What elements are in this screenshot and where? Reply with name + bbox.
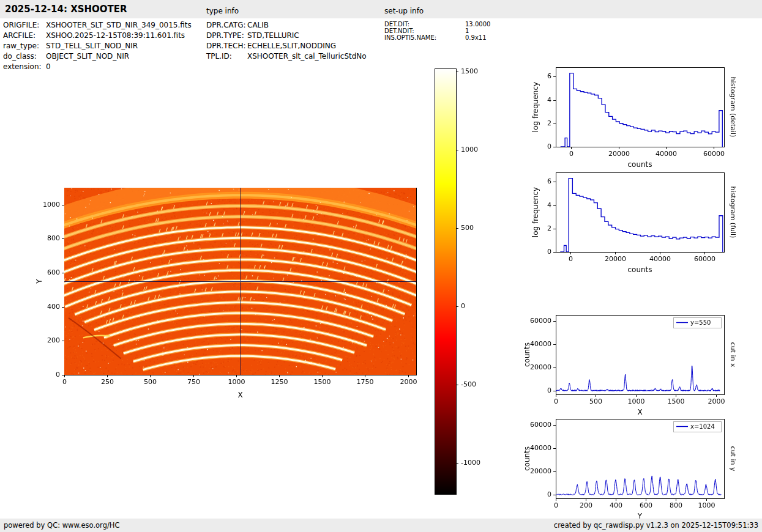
histogram-full-plot	[519, 165, 762, 276]
meta-label: do_class:	[3, 51, 46, 62]
meta-value: XSHOOTER_slt_cal_TelluricStdNo	[247, 51, 367, 62]
meta-label: DPR.TYPE:	[206, 31, 247, 41]
meta-value: STD_TELL_SLIT_NOD_NIR	[46, 41, 138, 51]
meta-row: ORIGFILE:XSHOOTER_SLT_STD_NIR_349_0015.f…	[3, 20, 192, 31]
meta-label: DPR.CATG:	[206, 20, 247, 31]
meta-row: raw_type:STD_TELL_SLIT_NOD_NIR	[3, 41, 192, 51]
meta-label: DET.DIT:	[384, 21, 465, 28]
meta-row: DPR.TECH:ECHELLE,SLIT,NODDING	[206, 41, 367, 51]
meta-value: CALIB	[247, 20, 269, 31]
type-info-title: type info	[206, 7, 239, 15]
cut-in-y-plot	[519, 412, 762, 522]
meta-row: DPR.TYPE:STD,TELLURIC	[206, 31, 367, 41]
page-title: 2025-12-14: XSHOOTER	[5, 4, 127, 15]
footer-right-text: created by qc_rawdisp.py v1.2.3 on 2025-…	[554, 521, 758, 530]
footer-left-text: powered by QC: www.eso.org/HC	[4, 521, 119, 530]
meta-label: TPL.ID:	[206, 51, 247, 62]
histogram-detail-plot	[519, 60, 762, 171]
meta-value: ECHELLE,SLIT,NODDING	[247, 41, 336, 51]
meta-row: extension:0	[3, 62, 192, 72]
cut-in-x-plot	[519, 308, 762, 418]
meta-label: extension:	[3, 62, 46, 72]
meta-row: ARCFILE:XSHOO.2025-12-15T08:39:11.601.fi…	[3, 31, 192, 41]
setup-info-title: set-up info	[384, 7, 424, 15]
meta-row: INS.OPTI5.NAME:0.9x11	[384, 34, 490, 41]
meta-value: 1	[465, 28, 469, 34]
meta-label: INS.OPTI5.NAME:	[384, 34, 465, 41]
qc-report-page: 2025-12-14: XSHOOTER type info set-up in…	[0, 0, 762, 532]
meta-label: DPR.TECH:	[206, 41, 247, 51]
meta-label: DET.NDIT:	[384, 28, 465, 34]
meta-row: do_class:OBJECT_SLIT_NOD_NIR	[3, 51, 192, 62]
footer-bar: powered by QC: www.eso.org/HC created by…	[0, 519, 762, 532]
meta-label: raw_type:	[3, 41, 46, 51]
meta-value: 0.9x11	[465, 34, 487, 41]
meta-value: 0	[46, 62, 51, 72]
meta-value: OBJECT_SLIT_NOD_NIR	[46, 51, 129, 62]
raw-frame-image-plot	[28, 179, 431, 408]
meta-row: TPL.ID:XSHOOTER_slt_cal_TelluricStdNo	[206, 51, 367, 62]
meta-row: DET.DIT:13.0000	[384, 21, 490, 28]
colorbar	[428, 63, 496, 501]
meta-row: DPR.CATG:CALIB	[206, 20, 367, 31]
meta-value: XSHOOTER_SLT_STD_NIR_349_0015.fits	[46, 20, 192, 31]
setup-info-block: DET.DIT:13.0000 DET.NDIT:1 INS.OPTI5.NAM…	[384, 21, 490, 41]
meta-value: 13.0000	[465, 21, 490, 28]
meta-label: ORIGFILE:	[3, 20, 46, 31]
meta-row: DET.NDIT:1	[384, 28, 490, 34]
meta-label: ARCFILE:	[3, 31, 46, 41]
meta-value: XSHOO.2025-12-15T08:39:11.601.fits	[46, 31, 185, 41]
meta-value: STD,TELLURIC	[247, 31, 299, 41]
file-info-block: ORIGFILE:XSHOOTER_SLT_STD_NIR_349_0015.f…	[3, 20, 192, 72]
type-info-block: DPR.CATG:CALIB DPR.TYPE:STD,TELLURIC DPR…	[206, 20, 367, 62]
header-bar: 2025-12-14: XSHOOTER type info set-up in…	[0, 0, 762, 18]
